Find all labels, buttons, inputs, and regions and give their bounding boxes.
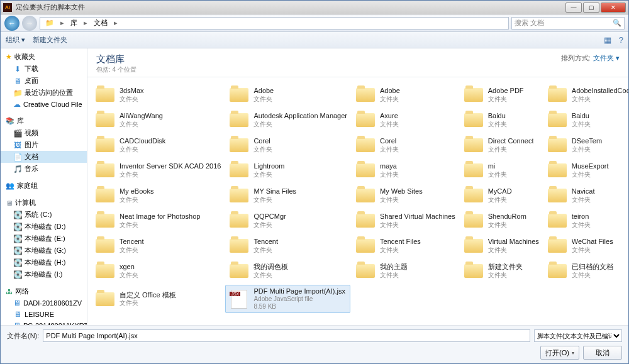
folder-item[interactable]: Autodesk Application Manager文件夹 (225, 109, 350, 131)
sidebar-lib-item[interactable]: 🎬视频 (1, 127, 87, 139)
folder-item[interactable]: mi文件夹 (460, 159, 542, 182)
item-type: 文件夹 (253, 121, 347, 128)
item-name: 我的主题 (380, 263, 408, 271)
breadcrumb[interactable]: 📁 ▸ 库 ▸ 文档 ▸ (40, 17, 509, 30)
chevron-right-icon[interactable]: ▸ (81, 19, 90, 27)
folder-item[interactable]: Neat Image for Photoshop文件夹 (91, 209, 224, 232)
sidebar-group-favorites[interactable]: ★收藏夹 (1, 51, 87, 63)
sidebar-drive-item[interactable]: 💽系统 (C:) (1, 209, 87, 221)
sidebar-fav-item[interactable]: 📁最近访问的位置 (1, 87, 87, 99)
folder-icon (230, 163, 248, 177)
close-button[interactable]: ✕ (601, 3, 626, 13)
chevron-right-icon[interactable]: ▸ (58, 19, 67, 27)
item-name: 3dsMax (120, 87, 144, 95)
folder-item[interactable]: DSeeTem文件夹 (543, 134, 628, 157)
folder-item[interactable]: My Web Sites文件夹 (352, 184, 459, 207)
file-item[interactable]: JSXPDF Multi Page Import(AI).jsxAdobe Ja… (225, 285, 350, 313)
folder-item[interactable]: Adobe PDF文件夹 (460, 84, 542, 106)
new-folder-button[interactable]: 新建文件夹 (33, 35, 67, 45)
folder-item[interactable]: 自定义 Office 模板文件夹 (91, 285, 224, 313)
sidebar-drive-item[interactable]: 💽本地磁盘 (I:) (1, 268, 87, 280)
folder-item[interactable]: Axure文件夹 (352, 109, 459, 131)
folder-item[interactable]: 我的调色板文件夹 (225, 260, 350, 282)
crumb-documents[interactable]: 文档 (91, 18, 110, 28)
back-button[interactable]: ← (4, 16, 19, 31)
main-pane: 文档库 包括: 4 个位置 排列方式: 文件夹 ▾ 3dsMax文件夹Adobe… (87, 48, 628, 325)
folder-item[interactable]: 已归档的文档文件夹 (543, 260, 628, 282)
folder-item[interactable]: Direct Connect文件夹 (460, 134, 542, 157)
sidebar-group-libraries[interactable]: 📚库 (1, 115, 87, 127)
folder-item[interactable]: Tencent文件夹 (91, 234, 224, 257)
sidebar-group-network[interactable]: 🖧网络 (1, 285, 87, 297)
folder-item[interactable]: teiron文件夹 (543, 209, 628, 232)
sidebar-network-item[interactable]: 🖥DADI-20180601ZV (1, 297, 87, 309)
sidebar-lib-item[interactable]: 📄文档 (1, 151, 87, 163)
folder-item[interactable]: Shared Virtual Machines文件夹 (352, 209, 459, 232)
sidebar-drive-item[interactable]: 💽本地磁盘 (D:) (1, 221, 87, 233)
help-button[interactable]: ? (619, 35, 623, 45)
folder-item[interactable]: MyCAD文件夹 (460, 184, 542, 207)
folder-item[interactable]: WeChat Files文件夹 (543, 234, 628, 257)
sidebar-network-item[interactable]: 🖥PC-201409011KXRT (1, 320, 87, 325)
folder-item[interactable]: Corel文件夹 (352, 134, 459, 157)
sidebar-network-item[interactable]: 🖥LEISURE (1, 309, 87, 320)
search-input[interactable]: 搜索 文档 🔍 (511, 17, 625, 30)
folder-item[interactable]: xgen文件夹 (91, 260, 224, 282)
folder-item[interactable]: Tencent文件夹 (225, 234, 350, 257)
network-icon: 🖧 (6, 288, 13, 295)
folder-item[interactable]: Corel文件夹 (225, 134, 350, 157)
crumb-library[interactable]: 库 (68, 18, 80, 28)
sidebar-lib-item[interactable]: 🎵音乐 (1, 163, 87, 175)
open-button[interactable]: 打开(O) (540, 346, 579, 360)
folder-item[interactable]: maya文件夹 (352, 159, 459, 182)
folder-item[interactable]: MuseExport文件夹 (543, 159, 628, 182)
sidebar-group-homegroup[interactable]: 👥家庭组 (1, 180, 87, 192)
sidebar-item-icon: 💽 (13, 246, 22, 255)
sidebar-group-computer[interactable]: 🖥计算机 (1, 197, 87, 209)
window-title: 定位要执行的脚本文件 (16, 3, 565, 12)
folder-item[interactable]: 我的主题文件夹 (352, 260, 459, 282)
sort-dropdown[interactable]: 文件夹 ▾ (593, 53, 620, 63)
sidebar-lib-item[interactable]: 🖼图片 (1, 139, 87, 151)
folder-item[interactable]: MY Sina Files文件夹 (225, 184, 350, 207)
sidebar-drive-item[interactable]: 💽本地磁盘 (E:) (1, 233, 87, 245)
sidebar-fav-item[interactable]: 🖥桌面 (1, 75, 87, 87)
item-name: Virtual Machines (488, 238, 539, 246)
folder-item[interactable]: Virtual Machines文件夹 (460, 234, 542, 257)
sidebar-fav-item[interactable]: ☁Creative Cloud File (1, 99, 87, 110)
search-placeholder: 搜索 文档 (515, 18, 544, 28)
folder-item[interactable]: QQPCMgr文件夹 (225, 209, 350, 232)
library-subtitle[interactable]: 包括: 4 个位置 (96, 65, 136, 74)
organize-menu[interactable]: 组织 ▾ (6, 35, 25, 45)
chevron-right-icon[interactable]: ▸ (111, 19, 120, 27)
sidebar-fav-item[interactable]: ⬇下载 (1, 63, 87, 75)
minimize-button[interactable]: — (565, 3, 582, 13)
folder-item[interactable]: My eBooks文件夹 (91, 184, 224, 207)
folder-item[interactable]: AdobeInstalledCodecs文件夹 (543, 84, 628, 106)
folder-item[interactable]: Lightroom文件夹 (225, 159, 350, 182)
folder-item[interactable]: Baidu文件夹 (460, 109, 542, 131)
file-grid[interactable]: 3dsMax文件夹Adobe文件夹Adobe文件夹Adobe PDF文件夹Ado… (87, 77, 628, 325)
item-name: My Web Sites (380, 187, 423, 196)
folder-item[interactable]: 新建文件夹文件夹 (460, 260, 542, 282)
sidebar-drive-item[interactable]: 💽本地磁盘 (G:) (1, 245, 87, 256)
filename-input[interactable] (43, 329, 530, 342)
folder-item[interactable]: Adobe文件夹 (352, 84, 459, 106)
folder-item[interactable]: AliWangWang文件夹 (91, 109, 224, 131)
cancel-button[interactable]: 取消 (583, 346, 622, 360)
folder-item[interactable]: Navicat文件夹 (543, 184, 628, 207)
sidebar-drive-item[interactable]: 💽本地磁盘 (H:) (1, 256, 87, 268)
titlebar[interactable]: Ai 定位要执行的脚本文件 — ▢ ✕ (1, 1, 628, 14)
folder-item[interactable]: 3dsMax文件夹 (91, 84, 224, 106)
item-type: 文件夹 (253, 221, 286, 229)
folder-item[interactable]: Inventor Server SDK ACAD 2016文件夹 (91, 159, 224, 182)
folder-item[interactable]: ShenduRom文件夹 (460, 209, 542, 232)
view-options-button[interactable]: ▦ (604, 35, 611, 45)
folder-item[interactable]: CADCloudDisk文件夹 (91, 134, 224, 157)
folder-item[interactable]: Tencent Files文件夹 (352, 234, 459, 257)
forward-button[interactable]: → (22, 16, 37, 31)
folder-item[interactable]: Adobe文件夹 (225, 84, 350, 106)
file-type-filter[interactable]: 脚本文件(文本文件及已编译文) (534, 329, 622, 342)
maximize-button[interactable]: ▢ (583, 3, 599, 13)
folder-item[interactable]: Baidu文件夹 (543, 109, 628, 131)
